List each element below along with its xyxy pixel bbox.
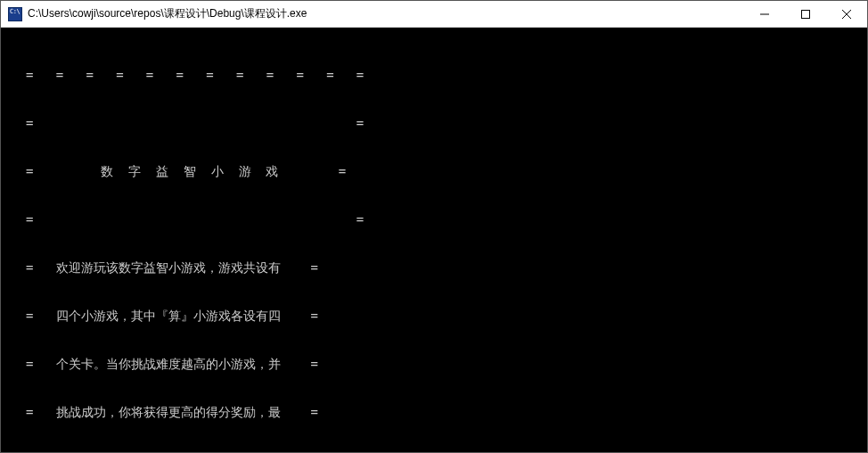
close-button[interactable] xyxy=(826,1,867,27)
minimize-button[interactable] xyxy=(744,1,785,27)
window-title: C:\Users\cowji\source\repos\课程设计\Debug\课… xyxy=(28,6,744,21)
svg-rect-1 xyxy=(802,10,810,18)
maximize-icon xyxy=(801,10,810,19)
close-icon xyxy=(842,10,851,19)
intro-line: = 四个小游戏，其中『算』小游戏各设有四 = xyxy=(1,308,867,324)
titlebar[interactable]: C:\Users\cowji\source\repos\课程设计\Debug\课… xyxy=(1,1,867,28)
maximize-button[interactable] xyxy=(785,1,826,27)
intro-line: = 挑战成功，你将获得更高的得分奖励，最 = xyxy=(1,404,867,420)
intro-line: = 个关卡。当你挑战难度越高的小游戏，并 = xyxy=(1,356,867,372)
console-window: C:\Users\cowji\source\repos\课程设计\Debug\课… xyxy=(0,0,868,453)
console-output: = = = = = = = = = = = = = = = 数 字 益 智 小 … xyxy=(1,28,867,452)
intro-line: = 欢迎游玩该数字益智小游戏，游戏共设有 = xyxy=(1,259,867,276)
minimize-icon xyxy=(760,10,769,19)
window-controls xyxy=(744,1,867,27)
app-icon xyxy=(8,7,22,21)
border-top: = = = = = = = = = = = = xyxy=(1,67,867,83)
game-title: = 数 字 益 智 小 游 戏 = xyxy=(1,163,867,179)
border-blank: = = xyxy=(1,115,867,131)
border-blank: = = xyxy=(1,211,867,227)
